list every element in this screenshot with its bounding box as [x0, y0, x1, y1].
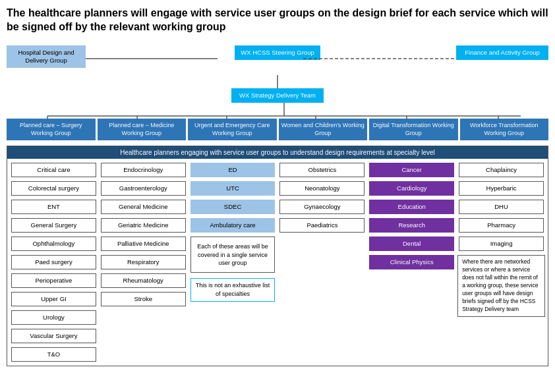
- list-item: Ophthalmology: [11, 237, 96, 251]
- list-item: ENT: [11, 200, 96, 214]
- list-item: Perioperative: [11, 273, 96, 288]
- wg-women: Women and Children's Working Group: [279, 119, 368, 140]
- list-item: Imaging: [459, 237, 544, 251]
- list-item: Geriatric Medicine: [101, 218, 186, 233]
- col-5: Cancer Cardiology Education Research Den…: [368, 161, 455, 271]
- list-item: General Surgery: [11, 218, 96, 233]
- wg-digital: Digital Transformation Working Group: [369, 119, 458, 140]
- list-item: Obstetrics: [279, 163, 365, 177]
- wg-workforce: Workforce Transformation Working Group: [460, 119, 549, 140]
- steering-box: WX HCSS Steering Group: [235, 45, 320, 60]
- list-item: ED: [190, 163, 276, 177]
- list-item: Vascular Surgery: [11, 329, 96, 343]
- col-2: Endocrinology Gastroenterology General M…: [100, 161, 187, 308]
- list-item: Dental: [369, 237, 454, 251]
- list-item: Critical care: [11, 163, 96, 177]
- bottom-section: Healthcare planners engaging with servic…: [7, 146, 548, 366]
- hospital-box: Hospital Design and Delivery Group: [7, 45, 86, 69]
- col-4: Obstetrics Neonatology Gynaecology Paedi…: [278, 161, 366, 234]
- list-item: Paed surgery: [11, 255, 96, 269]
- list-item: Gastroenterology: [101, 181, 186, 196]
- list-item: Gynaecology: [279, 200, 365, 214]
- list-item: Stroke: [101, 292, 186, 306]
- list-item: Research: [369, 218, 454, 233]
- list-item: Cancer: [369, 163, 454, 177]
- list-item: Respiratory: [101, 255, 186, 269]
- list-item: Cardiology: [369, 181, 454, 196]
- col-1: Critical care Colorectal surgery ENT Gen…: [10, 161, 98, 363]
- networked-note: Where there are networked services or wh…: [457, 255, 545, 316]
- list-item: T&O: [11, 347, 96, 362]
- col-6: Chaplaincy Hyperbaric DHU Pharmacy Imagi…: [457, 161, 545, 316]
- list-item: Upper GI: [11, 292, 96, 306]
- working-groups-row: Planned care – Surgery Working Group Pla…: [7, 119, 548, 140]
- strategy-box: WX Strategy Delivery Team: [231, 88, 324, 103]
- finance-box: Finance and Activity Group: [456, 45, 548, 60]
- org-chart: Hospital Design and Delivery Group WX HC…: [7, 42, 548, 141]
- wg-planned-surgery: Planned care – Surgery Working Group: [7, 119, 96, 140]
- list-item: Clinical Physics: [369, 255, 454, 269]
- list-item: Urology: [11, 310, 96, 325]
- list-item: Chaplaincy: [459, 163, 544, 177]
- wg-urgent: Urgent and Emergency Care Working Group: [188, 119, 277, 140]
- list-item: Colorectal surgery: [11, 181, 96, 196]
- list-item: Paediatrics: [279, 218, 365, 233]
- list-item: Ambulatory care: [190, 218, 276, 233]
- list-item: Rheumatology: [101, 273, 186, 288]
- list-item: Palliative Medicine: [101, 237, 186, 251]
- col3-note: Each of these areas will be covered in a…: [190, 237, 276, 273]
- wg-planned-medicine: Planned care – Medicine Working Group: [98, 119, 187, 140]
- bottom-header: Healthcare planners engaging with servic…: [7, 146, 548, 159]
- list-item: DHU: [459, 200, 544, 214]
- list-item: Pharmacy: [459, 218, 544, 233]
- list-item: Education: [369, 200, 454, 214]
- col-3: ED UTC SDEC Ambulatory care Each of thes…: [189, 161, 277, 302]
- list-item: Hyperbaric: [459, 181, 544, 196]
- page-title: The healthcare planners will engage with…: [7, 7, 548, 34]
- list-item: General Medicine: [101, 200, 186, 214]
- list-item: Endocrinology: [101, 163, 186, 177]
- list-item: Neonatology: [279, 181, 365, 196]
- list-item: UTC: [190, 181, 276, 196]
- col3-note2: This is not an exhaustive list of specia…: [190, 278, 276, 301]
- list-item: SDEC: [190, 200, 276, 214]
